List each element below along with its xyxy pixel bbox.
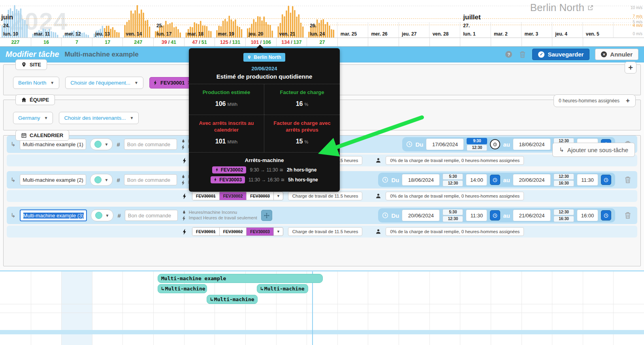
start-time-input[interactable] xyxy=(466,209,487,221)
bolt-icon xyxy=(153,80,158,85)
subtask-arrow-icon[interactable]: ↳ xyxy=(11,176,16,183)
wind-bar xyxy=(155,31,156,38)
purchase-order-input[interactable] xyxy=(124,139,177,150)
wind-bar xyxy=(116,32,117,38)
task-name-input[interactable]: Multi-machine example (2) xyxy=(20,174,86,185)
machine-tag: FEV30002 xyxy=(212,166,247,173)
equipment-select[interactable]: Choisir de l'équipement... ▼ xyxy=(65,77,143,89)
cancel-button[interactable]: ✕ Annuler xyxy=(595,49,638,60)
add-manhours-button[interactable]: + xyxy=(623,96,632,105)
team-select[interactable]: Germany ▼ xyxy=(13,112,53,124)
wind-bar xyxy=(124,25,126,38)
time-chip[interactable]: 12:30 xyxy=(443,180,463,187)
day-label: ven. 28 xyxy=(433,31,449,37)
help-button[interactable]: ? xyxy=(505,50,513,58)
wind-bar xyxy=(22,19,23,38)
color-picker[interactable]: ▼ xyxy=(90,174,113,186)
purchase-order-input[interactable] xyxy=(125,210,178,221)
wind-bar xyxy=(208,31,209,38)
calendar-panel-label: CALENDRIER xyxy=(30,132,63,138)
chevron-down-icon[interactable]: ▼ xyxy=(274,192,283,200)
end-time-button[interactable] xyxy=(601,210,611,221)
delete-subtask-button[interactable] xyxy=(622,176,633,184)
end-date-input[interactable] xyxy=(513,209,551,221)
wind-bar xyxy=(118,32,119,38)
end-time-button[interactable] xyxy=(601,175,611,185)
start-time-input[interactable] xyxy=(466,174,487,186)
color-swatch xyxy=(94,141,102,148)
machine-option[interactable]: FEV30002 xyxy=(220,192,247,200)
end-time-input[interactable] xyxy=(577,209,598,221)
task-name-input[interactable]: Multi-machine example (3) xyxy=(20,209,87,221)
metric-cell: Facteur de charge avec arrêts prévus 15% xyxy=(264,115,340,152)
wind-bar xyxy=(298,14,299,38)
trash-icon xyxy=(625,176,631,183)
wind-bar xyxy=(216,30,217,38)
day-label: lun. 10 xyxy=(3,31,18,37)
production-value: 131 xyxy=(232,40,240,45)
save-button[interactable]: ✓ Sauvegarder xyxy=(532,49,589,60)
wind-bar xyxy=(296,17,297,38)
time-chip[interactable]: 12:30 xyxy=(443,216,463,222)
purchase-order-input[interactable] xyxy=(124,174,177,185)
time-chip[interactable]: 12:30 xyxy=(554,209,574,215)
drag-handle[interactable] xyxy=(261,210,272,221)
gantt-subtask-bar[interactable]: ↳Multi-machine xyxy=(257,284,308,293)
time-chip[interactable]: 5:30 xyxy=(443,173,463,180)
end-time-input[interactable] xyxy=(577,174,598,186)
time-chip[interactable]: 12:30 xyxy=(467,145,487,151)
subtask-arrow-icon[interactable]: ↳ xyxy=(11,141,16,148)
time-chip[interactable]: 5:30 xyxy=(443,209,463,215)
wind-bar xyxy=(83,32,85,38)
start-time-button[interactable] xyxy=(490,210,500,221)
time-chip[interactable]: 9:30 xyxy=(467,138,487,144)
color-picker[interactable]: ▼ xyxy=(91,209,114,221)
add-site-button[interactable]: + xyxy=(625,62,636,74)
from-label: Du xyxy=(415,141,423,148)
start-date-input[interactable] xyxy=(402,174,440,186)
po-hash-icon: # xyxy=(117,212,121,219)
bolt-icon xyxy=(181,145,186,150)
end-date-input[interactable] xyxy=(513,174,551,186)
start-time-button[interactable] xyxy=(490,139,500,149)
axis-tick-label: 4 m/s xyxy=(633,23,642,28)
site-select[interactable]: Berlin North ▼ xyxy=(13,77,59,89)
machine-option[interactable]: FEV30003 xyxy=(247,228,274,236)
color-picker[interactable]: ▼ xyxy=(90,138,113,150)
members-select[interactable]: Choisir des intervenants... ▼ xyxy=(59,112,139,124)
start-date-input[interactable] xyxy=(426,138,464,150)
delete-task-button[interactable] xyxy=(518,50,527,59)
time-chip[interactable]: 16:30 xyxy=(554,180,574,187)
gantt-subtask-bar[interactable]: ↳Multi-machine xyxy=(158,284,207,293)
subtask-arrow-icon[interactable]: ↳ xyxy=(11,212,16,219)
delete-subtask-button[interactable] xyxy=(622,211,633,219)
end-date-input[interactable] xyxy=(513,138,551,150)
time-chip[interactable]: 12:30 xyxy=(554,173,574,180)
stoppage-range: 9:30 → 11:30 ≅ xyxy=(250,167,283,173)
day-label: jeu. 4 xyxy=(555,31,567,37)
machine-option[interactable]: FEV30003 xyxy=(247,192,274,200)
time-chip[interactable]: 16:30 xyxy=(554,216,574,222)
to-label: au xyxy=(503,177,510,183)
machine-option[interactable]: FEV30001 xyxy=(192,228,220,236)
wind-bar xyxy=(81,33,83,38)
metric-label: Avec arrêts inscrits au calendrier xyxy=(194,120,259,133)
chevron-down-icon[interactable]: ▼ xyxy=(274,228,283,236)
start-time-button[interactable] xyxy=(490,175,500,185)
gantt-subtask-bar[interactable]: ↳Multi-machine xyxy=(207,295,258,304)
metric-unit: % xyxy=(305,140,309,144)
clock-icon xyxy=(382,177,388,183)
wind-bar xyxy=(271,30,273,38)
machine-option[interactable]: FEV30002 xyxy=(220,228,247,236)
start-date-input[interactable] xyxy=(402,209,440,221)
wind-bar xyxy=(51,31,52,38)
add-subtask-button[interactable]: ↳ Ajouter une sous-tâche xyxy=(552,143,635,157)
bolt-icon xyxy=(182,193,187,199)
clock-icon xyxy=(493,141,497,147)
from-label: Du xyxy=(391,212,399,219)
chevron-down-icon: ▼ xyxy=(44,116,48,120)
production-value: 137 xyxy=(294,40,302,45)
gantt-task-bar[interactable]: Multi-machine example xyxy=(158,274,323,283)
wind-bar xyxy=(175,26,177,38)
machine-option[interactable]: FEV30001 xyxy=(192,192,220,200)
